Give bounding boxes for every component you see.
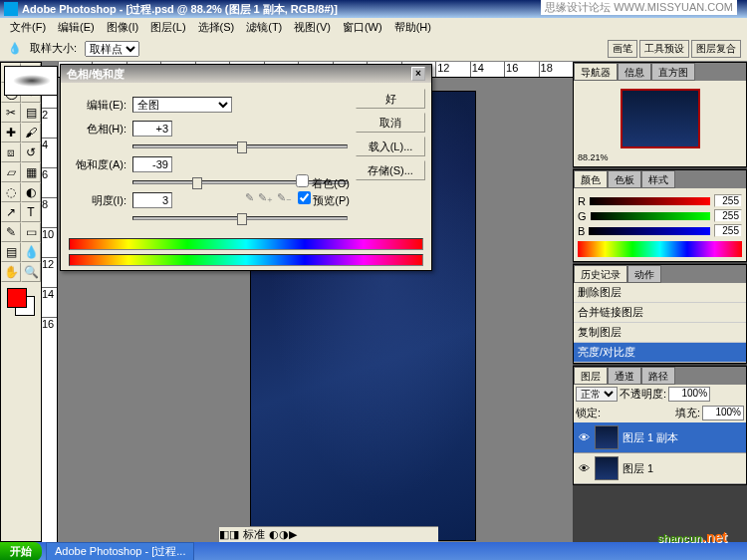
tool-blur[interactable]: ◌ <box>1 182 21 202</box>
tool-notes[interactable]: ▤ <box>1 242 21 262</box>
close-icon[interactable]: × <box>411 67 425 81</box>
tool-eyedropper[interactable]: 💧 <box>21 242 41 262</box>
ruler-vertical: 0246810121416 <box>42 78 58 542</box>
layer-row[interactable]: 👁 图层 1 <box>574 453 746 484</box>
tab-actions[interactable]: 动作 <box>627 265 661 283</box>
layer-thumb <box>595 456 619 480</box>
tab-info[interactable]: 信息 <box>618 63 651 81</box>
taskbar-task[interactable]: Adobe Photoshop - [过程... <box>46 542 194 561</box>
history-item[interactable]: 亮度/对比度 <box>574 343 746 363</box>
b-slider[interactable] <box>589 227 710 235</box>
layer-thumb <box>595 425 619 449</box>
menu-help[interactable]: 帮助(H) <box>388 20 437 35</box>
preview-checkbox[interactable]: 预览(P) <box>290 191 350 208</box>
tab-navigator[interactable]: 导航器 <box>574 63 618 81</box>
r-label: R <box>578 195 586 207</box>
opacity-label: 不透明度: <box>620 387 666 402</box>
cancel-button[interactable]: 取消 <box>356 113 425 133</box>
tool-shape[interactable]: ▭ <box>21 222 41 242</box>
dialog-titlebar[interactable]: 色相/饱和度 × <box>61 65 431 83</box>
tab-paths[interactable]: 路径 <box>641 367 675 385</box>
tool-eraser[interactable]: ▱ <box>1 162 21 182</box>
tool-brush[interactable]: 🖌 <box>21 123 41 142</box>
hue-input[interactable]: +3 <box>132 121 172 137</box>
saturation-input[interactable]: -39 <box>132 156 172 172</box>
history-item[interactable]: 删除图层 <box>574 283 746 303</box>
load-button[interactable]: 载入(L)... <box>356 137 425 156</box>
menu-image[interactable]: 图像(I) <box>101 20 144 35</box>
tool-stamp[interactable]: ⧇ <box>1 142 21 162</box>
tool-path[interactable]: ↗ <box>1 202 21 222</box>
photoshop-icon <box>4 2 18 16</box>
tool-history-brush[interactable]: ↺ <box>21 142 41 162</box>
zoom-level: 88.21% <box>578 152 742 162</box>
sample-size-select[interactable]: 取样点 <box>85 41 139 57</box>
tab-layer-comps[interactable]: 图层复合 <box>691 40 741 58</box>
right-panels: 导航器 信息 直方图 88.21% 颜色 色板 样式 R255 G255 B25… <box>573 62 747 542</box>
save-button[interactable]: 存储(S)... <box>356 160 425 180</box>
opacity-value[interactable]: 100% <box>668 387 710 402</box>
tab-styles[interactable]: 样式 <box>641 170 675 188</box>
tool-slice[interactable]: ▤ <box>21 103 41 123</box>
hue-slider[interactable] <box>132 144 348 148</box>
g-value[interactable]: 255 <box>714 209 742 222</box>
color-swatch[interactable] <box>1 282 41 322</box>
tab-history[interactable]: 历史记录 <box>574 265 627 283</box>
taskbar: 开始 Adobe Photoshop - [过程... <box>0 542 747 560</box>
menu-filter[interactable]: 滤镜(T) <box>240 20 288 35</box>
menu-view[interactable]: 视图(V) <box>288 20 337 35</box>
menu-layer[interactable]: 图层(L) <box>144 20 191 35</box>
lightness-input[interactable]: 3 <box>132 192 172 208</box>
menu-window[interactable]: 窗口(W) <box>337 20 388 35</box>
eyedropper-add-icon[interactable]: ✎₊ <box>258 191 273 204</box>
menu-select[interactable]: 选择(S) <box>192 20 241 35</box>
b-value[interactable]: 255 <box>714 224 742 237</box>
tab-channels[interactable]: 通道 <box>608 367 641 385</box>
tool-heal[interactable]: ✚ <box>1 123 21 142</box>
menu-file[interactable]: 文件(F) <box>4 20 52 35</box>
tab-brushes[interactable]: 画笔 <box>608 40 637 58</box>
hue-gradient-after <box>69 254 423 266</box>
tool-hand[interactable]: ✋ <box>1 262 21 282</box>
lightness-slider[interactable] <box>132 216 348 220</box>
r-slider[interactable] <box>590 197 710 205</box>
colorize-checkbox[interactable]: 着色(O) <box>290 174 350 191</box>
blend-mode-select[interactable]: 正常 <box>576 387 618 402</box>
app-title: Adobe Photoshop - [过程.psd @ 88.2% (图层 1 … <box>22 2 338 17</box>
tool-type[interactable]: T <box>21 202 41 222</box>
tool-zoom[interactable]: 🔍 <box>21 262 41 282</box>
tab-histogram[interactable]: 直方图 <box>651 63 695 81</box>
tab-swatches[interactable]: 色板 <box>608 170 641 188</box>
layers-panel: 图层 通道 路径 正常 不透明度: 100% 锁定: 填充: 100% 👁 图层… <box>573 366 747 485</box>
ok-button[interactable]: 好 <box>356 89 425 109</box>
color-ramp[interactable] <box>578 241 742 257</box>
edit-select[interactable]: 全图 <box>132 97 232 113</box>
tab-layers[interactable]: 图层 <box>574 367 608 385</box>
history-item[interactable]: 合并链接图层 <box>574 303 746 323</box>
layer-name: 图层 1 副本 <box>622 430 678 445</box>
navigator-thumb[interactable] <box>621 89 700 148</box>
tool-pen[interactable]: ✎ <box>1 222 21 242</box>
menu-edit[interactable]: 编辑(E) <box>52 20 101 35</box>
lightness-label: 明度(I): <box>67 193 126 208</box>
visibility-icon[interactable]: 👁 <box>577 462 591 474</box>
r-value[interactable]: 255 <box>714 194 742 207</box>
g-slider[interactable] <box>591 212 710 220</box>
fill-value[interactable]: 100% <box>702 406 744 420</box>
tool-dodge[interactable]: ◐ <box>21 182 41 202</box>
start-button[interactable]: 开始 <box>0 542 42 561</box>
eyedropper-icon[interactable]: ✎ <box>245 191 254 204</box>
visibility-icon[interactable]: 👁 <box>577 431 591 443</box>
history-item[interactable]: 复制图层 <box>574 323 746 343</box>
layer-row[interactable]: 👁 图层 1 副本 <box>574 422 746 453</box>
tool-gradient[interactable]: ▦ <box>21 162 41 182</box>
b-label: B <box>578 225 585 237</box>
tab-tool-presets[interactable]: 工具预设 <box>639 40 689 58</box>
menubar: 文件(F) 编辑(E) 图像(I) 图层(L) 选择(S) 滤镜(T) 视图(V… <box>0 18 747 36</box>
tab-color[interactable]: 颜色 <box>574 170 608 188</box>
tool-crop[interactable]: ✂ <box>1 103 21 123</box>
status-label: 标准 <box>243 527 265 542</box>
options-right-tabs: 画笔 工具预设 图层复合 <box>608 40 741 58</box>
eyedropper-icon[interactable]: 💧 <box>8 42 22 55</box>
foreground-color[interactable] <box>7 288 27 308</box>
